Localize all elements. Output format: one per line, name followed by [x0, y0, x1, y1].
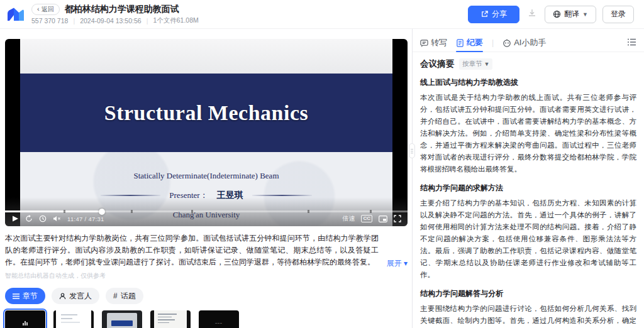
chapter-thumbnail-1[interactable] [5, 310, 45, 328]
download-icon [527, 8, 537, 21]
video-player[interactable]: Structural Mechanics Statically Determin… [5, 39, 408, 226]
page-title: 都柏林结构力学课程助教面试 [65, 4, 179, 15]
tab-ai-assistant[interactable]: AI小助手 [502, 34, 546, 52]
section-heading: 结构力学问题的求解方法 [420, 183, 636, 194]
list-icon [13, 293, 19, 299]
filter-chapters-label: 章节 [23, 291, 38, 302]
meta-divider: | [73, 17, 75, 25]
tabs-divider-line [413, 52, 644, 52]
thumbnail-chart-glyph [23, 321, 28, 325]
summary-title: 会议摘要 [420, 58, 454, 70]
slide-title-band: Structural Mechanics [20, 74, 392, 152]
section-body: 主要围绕结构力学的问题进行讨论，包括如何分析几何关系、找到关键截面、绘制内力图等… [420, 303, 636, 328]
chevron-down-icon: ▼ [582, 11, 588, 18]
back-button[interactable]: ‹ 返回 [31, 4, 60, 15]
translate-label: 翻译 [564, 9, 579, 19]
share-label: 分享 [492, 9, 507, 19]
chevron-left-icon: ‹ [37, 6, 40, 13]
pip-icon[interactable] [379, 216, 387, 222]
meta-divider: | [147, 17, 148, 25]
summary-sections: 线上面试与结构力学助教选拔 本次面试是关于结构力学助教的线上面试。共有三位老师参… [420, 77, 636, 328]
filter-topics-label: 话题 [121, 291, 136, 302]
chapter-thumbnail-4[interactable] [150, 310, 191, 328]
video-progress-bar[interactable] [5, 210, 408, 212]
clock-icon[interactable] [39, 215, 47, 222]
tab-minutes-label: 纪要 [467, 37, 483, 48]
filter-topics-button[interactable]: # 话题 [106, 288, 143, 304]
back-label: 返回 [42, 5, 54, 14]
globe-icon [553, 10, 561, 18]
meeting-datetime: 2024-09-04 13:50:56 [80, 17, 142, 25]
chevron-down-icon: ▼ [484, 61, 490, 67]
tab-divider: | [492, 38, 494, 47]
share-button[interactable]: 分享 [468, 6, 519, 23]
person-icon [59, 293, 66, 300]
meeting-meta: 557 370 718 | 2024-09-04 13:50:56 | 1个文件… [31, 16, 199, 25]
login-button[interactable]: 登录 [602, 6, 634, 23]
slide-top-band [20, 39, 392, 74]
chapter-thumbnail-3[interactable] [102, 310, 142, 328]
play-button[interactable] [11, 215, 19, 222]
video-time: 11:47 / 47:31 [67, 216, 104, 222]
summary-filter-dropdown[interactable]: 按章节 ▼ [459, 58, 492, 70]
section-heading: 结构力学问题解答与分析 [420, 288, 636, 299]
app-header: ‹ 返回 都柏林结构力学课程助教面试 557 370 718 | 2024-09… [0, 0, 644, 29]
ai-generated-note: 智能总结由机器自动生成，仅供参考 [5, 271, 408, 280]
replay-icon[interactable] [25, 215, 33, 222]
tab-ai-label: AI小助手 [514, 37, 546, 48]
filter-chapters-button[interactable]: 章节 [5, 288, 45, 304]
outline-toggle-icon[interactable] [627, 37, 636, 48]
slide-title: Structural Mechanics [104, 101, 308, 125]
section-heading: 线上面试与结构力学助教选拔 [420, 77, 636, 88]
video-summary-text: 本次面试主要针对结构力学助教岗位，共有三位同学参加。面试包括试讲五分钟和提问环节… [5, 232, 408, 268]
summary-section: 线上面试与结构力学助教选拔 本次面试是关于结构力学助教的线上面试。共有三位老师参… [420, 77, 636, 175]
captions-button[interactable]: CC [361, 215, 372, 222]
chapter-filters: 章节 发言人 # 话题 [5, 288, 408, 304]
panel-resize-handle[interactable] [409, 143, 415, 158]
panel-tabs: 转写 纪要 | AI小助手 [420, 34, 636, 52]
translate-button[interactable]: 翻译 ▼ [545, 6, 596, 23]
playback-speed-button[interactable]: 倍速 [342, 214, 355, 223]
progress-played [5, 210, 102, 212]
hash-icon: # [113, 292, 118, 300]
volume-muted-icon[interactable] [53, 215, 61, 222]
app-logo-icon [6, 7, 25, 22]
meeting-id: 557 370 718 [31, 17, 68, 25]
section-body: 本次面试是关于结构力学助教的线上面试。共有三位老师参与评分，包括试讲五分钟和提问… [420, 92, 636, 175]
video-summary-block: 本次面试主要针对结构力学助教岗位，共有三位同学参加。面试包括试讲五分钟和提问环节… [5, 232, 408, 280]
minutes-icon [456, 39, 464, 47]
minutes-panel: 转写 纪要 | AI小助手 [412, 29, 644, 328]
slide-subtitle: Statically Determinate(Indeterminate) Be… [133, 171, 279, 181]
share-icon [480, 10, 489, 18]
decorative-line [252, 195, 312, 196]
summary-section: 结构力学问题解答与分析 主要围绕结构力学的问题进行讨论，包括如何分析几何关系、找… [420, 288, 636, 328]
filter-speakers-button[interactable]: 发言人 [52, 288, 99, 304]
section-body: 主要介绍了结构力学的基本知识，包括历史方程、未知因素的计算以及解决静不定问题的方… [420, 197, 636, 281]
chapter-thumbnail-2[interactable] [53, 310, 94, 328]
expand-summary-link[interactable]: 展开 ▾ [387, 258, 408, 269]
summary-section: 结构力学问题的求解方法 主要介绍了结构力学的基本知识，包括历史方程、未知因素的计… [420, 183, 636, 281]
login-label: 登录 [611, 9, 626, 19]
filter-speakers-label: 发言人 [69, 291, 92, 302]
decorative-line [101, 195, 160, 196]
tab-minutes[interactable]: 纪要 [456, 34, 483, 52]
chapter-thumbnail-5[interactable]: ––– [199, 310, 239, 328]
summary-filter-label: 按章节 [462, 60, 482, 68]
meeting-file-info: 1个文件61.08M [153, 16, 198, 25]
ai-assistant-icon [502, 39, 511, 47]
chapter-thumbnails: ––– [5, 310, 408, 328]
tab-transcribe[interactable]: 转写 [420, 34, 447, 52]
fullscreen-icon[interactable] [394, 215, 401, 222]
transcribe-icon [420, 39, 428, 47]
tab-transcribe-label: 转写 [431, 37, 447, 48]
